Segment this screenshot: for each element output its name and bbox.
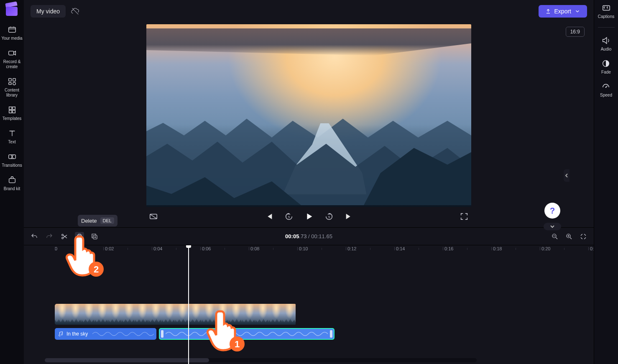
sidebar-item-label: Your media bbox=[1, 36, 22, 41]
timeline-ruler[interactable]: 0 0:020:040:060:080:100:120:140:160:180:… bbox=[29, 245, 594, 257]
panel-collapse-button[interactable] bbox=[544, 223, 561, 230]
timeline-scrollbar[interactable] bbox=[45, 358, 477, 362]
camera-icon bbox=[8, 48, 17, 58]
timeline-time: 00:05.73 / 00:11.65 bbox=[285, 233, 332, 239]
svg-point-5 bbox=[13, 82, 15, 85]
sidebar-item-label: Transitions bbox=[2, 163, 22, 168]
ruler-tick-label: 0:20 bbox=[541, 246, 550, 251]
zoom-out-button[interactable] bbox=[550, 232, 559, 241]
help-button[interactable]: ? bbox=[544, 203, 560, 219]
svg-text:5: 5 bbox=[328, 215, 329, 219]
svg-rect-8 bbox=[9, 110, 11, 113]
timeline[interactable]: 0 0:020:040:060:080:100:120:140:160:180:… bbox=[24, 245, 594, 364]
timeline-toolbar: Delete DEL 00:05.73 / 00:11.65 bbox=[24, 227, 594, 245]
tooltip-label: Delete bbox=[81, 218, 97, 224]
sidebar-item-speed[interactable]: Speed bbox=[600, 82, 612, 97]
svg-rect-1 bbox=[8, 51, 13, 55]
sidebar-item-label: Captions bbox=[598, 14, 614, 19]
sidebar-item-brand-kit[interactable]: Brand kit bbox=[0, 173, 24, 194]
ruler-tick-label: 0:16 bbox=[444, 246, 453, 251]
skip-start-button[interactable] bbox=[264, 212, 273, 221]
help-glyph: ? bbox=[550, 206, 555, 216]
brand-kit-icon bbox=[8, 176, 17, 185]
fullscreen-button[interactable] bbox=[460, 212, 469, 221]
audio-clip-1[interactable]: In the sky bbox=[55, 328, 156, 340]
ruler-tick-label: 0:08 bbox=[250, 246, 259, 251]
ruler-tick-label: 0:18 bbox=[493, 246, 502, 251]
play-button[interactable] bbox=[304, 212, 314, 221]
zoom-fit-button[interactable] bbox=[579, 232, 588, 241]
skip-end-button[interactable] bbox=[345, 212, 354, 221]
library-icon bbox=[8, 77, 17, 86]
sidebar-item-fade[interactable]: Fade bbox=[601, 59, 611, 74]
clip-trim-handle-right[interactable] bbox=[330, 330, 332, 338]
sidebar-item-label: Brand kit bbox=[4, 186, 20, 191]
preview-area: 16:9 5 5 bbox=[24, 23, 594, 227]
delete-tooltip: Delete DEL bbox=[78, 215, 117, 227]
svg-rect-11 bbox=[9, 178, 15, 183]
sidebar-item-label: Audio bbox=[601, 47, 612, 51]
speed-icon bbox=[601, 82, 610, 91]
ruler-tick-label: 0:02 bbox=[105, 246, 114, 251]
sidebar-item-label: Speed bbox=[600, 93, 612, 97]
sidebar-item-content-library[interactable]: Content library bbox=[0, 74, 24, 100]
media-icon bbox=[8, 25, 17, 34]
svg-rect-7 bbox=[12, 107, 15, 109]
sidebar-item-audio[interactable]: Audio bbox=[601, 36, 612, 51]
playhead[interactable] bbox=[188, 245, 189, 364]
aspect-ratio-button[interactable]: 16:9 bbox=[566, 27, 585, 37]
svg-text:5: 5 bbox=[288, 215, 289, 219]
svg-rect-0 bbox=[8, 28, 15, 33]
ruler-tick-label: 0:14 bbox=[396, 246, 405, 251]
duplicate-button[interactable] bbox=[90, 232, 99, 241]
sidebar-item-record-create[interactable]: Record & create bbox=[0, 46, 24, 72]
forward-5s-button[interactable]: 5 bbox=[324, 212, 334, 221]
right-panel-expand[interactable] bbox=[564, 169, 569, 182]
transitions-icon bbox=[8, 152, 17, 161]
cloud-off-icon[interactable] bbox=[71, 7, 80, 16]
video-preview[interactable] bbox=[146, 24, 471, 207]
sidebar-item-transitions[interactable]: Transitions bbox=[0, 150, 24, 171]
svg-rect-4 bbox=[8, 83, 11, 85]
sidebar-item-templates[interactable]: Templates bbox=[0, 103, 24, 124]
svg-point-26 bbox=[605, 87, 607, 88]
export-label: Export bbox=[554, 8, 571, 15]
right-sidebar: Captions Audio Fade Speed bbox=[594, 0, 618, 364]
svg-rect-3 bbox=[13, 79, 15, 81]
sidebar-item-your-media[interactable]: Your media bbox=[0, 23, 24, 43]
sidebar-item-captions[interactable]: Captions bbox=[598, 3, 614, 19]
captions-icon bbox=[602, 3, 611, 13]
tooltip-kbd: DEL bbox=[100, 217, 114, 224]
ruler-tick-label: 0:12 bbox=[347, 246, 356, 251]
safe-zone-toggle[interactable] bbox=[149, 212, 158, 221]
redo-button[interactable] bbox=[45, 232, 54, 241]
undo-button[interactable] bbox=[30, 232, 39, 241]
svg-rect-2 bbox=[8, 79, 11, 81]
sidebar-item-label: Templates bbox=[3, 116, 22, 121]
sidebar-item-text[interactable]: Text bbox=[0, 126, 24, 147]
player-controls: 5 5 bbox=[146, 207, 471, 226]
svg-rect-6 bbox=[9, 107, 11, 109]
audio-clip-2-selected[interactable] bbox=[159, 328, 335, 340]
left-sidebar: Your media Record & create Content libra… bbox=[0, 0, 24, 364]
music-icon bbox=[58, 331, 64, 337]
scrollbar-thumb[interactable] bbox=[45, 358, 209, 362]
delete-button[interactable] bbox=[75, 232, 84, 241]
project-title[interactable]: My video bbox=[31, 5, 66, 18]
ruler-tick-label: 0:06 bbox=[202, 246, 211, 251]
clip-trim-handle-left[interactable] bbox=[161, 330, 163, 338]
audio-icon bbox=[601, 36, 610, 45]
rewind-5s-button[interactable]: 5 bbox=[284, 212, 294, 221]
split-button[interactable] bbox=[60, 232, 69, 241]
video-clip[interactable] bbox=[55, 304, 296, 325]
sidebar-item-label: Record & create bbox=[0, 59, 24, 69]
audio-clip-title: In the sky bbox=[66, 331, 88, 337]
ruler-tick-label: 0:2 bbox=[590, 246, 594, 251]
export-button[interactable]: Export bbox=[539, 5, 587, 18]
top-bar: My video Export bbox=[24, 0, 594, 23]
sidebar-item-label: Content library bbox=[0, 88, 24, 98]
zoom-in-button[interactable] bbox=[564, 232, 574, 241]
sidebar-item-label: Text bbox=[8, 140, 15, 145]
text-icon bbox=[8, 129, 17, 138]
svg-rect-9 bbox=[12, 110, 15, 113]
